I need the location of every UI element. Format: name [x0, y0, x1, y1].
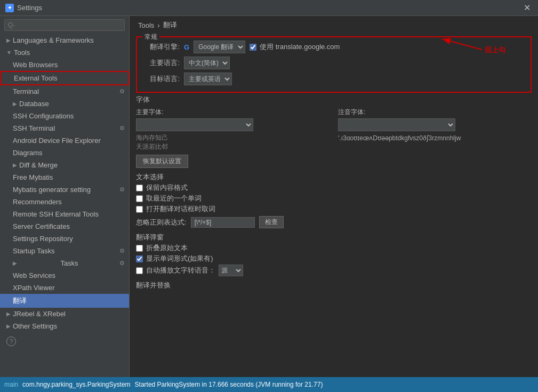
sidebar-item-ssh-terminal[interactable]: SSH Terminal ⚙ — [0, 122, 129, 134]
content-area: Tools › 翻译 常规 翻译引擎: G Google 翻译 百度翻译 有道翻… — [130, 16, 538, 377]
translator-select[interactable]: Google 翻译 百度翻译 有道翻译 — [194, 41, 245, 53]
sidebar-item-tasks[interactable]: ▶ Tasks ⚙ — [0, 257, 129, 269]
target-lang-label: 目标语言: — [142, 74, 180, 84]
primary-font-select[interactable] — [136, 118, 253, 131]
sidebar-item-fanyi[interactable]: 翻译 — [0, 294, 129, 308]
phontic-font-label: 注音字体: — [338, 108, 532, 117]
settings-icon: ⚙ — [119, 247, 125, 254]
sidebar-item-web-services[interactable]: Web Services — [0, 269, 129, 282]
sidebar-item-server-certs[interactable]: Server Certificates — [0, 220, 129, 233]
sidebar-item-diff-merge[interactable]: ▶ Diff & Merge — [0, 159, 129, 171]
use-translate-checkbox[interactable] — [250, 44, 256, 51]
sidebar-item-tools[interactable]: ▼ Tools — [0, 46, 129, 59]
memory-line2: 天涯若比邻 — [136, 142, 330, 151]
option-preserve-format: 保留内容格式 — [136, 183, 532, 193]
popup-section-title: 翻译弹窗 — [136, 233, 532, 242]
option-open-dialog-word: 打开翻译对话框时取词 — [136, 204, 532, 214]
primary-lang-row: 主要语言: 中文(简体) 英语 日语 — [142, 57, 525, 69]
open-dialog-word-checkbox[interactable] — [136, 206, 143, 213]
search-input[interactable] — [4, 19, 125, 31]
sidebar-item-external-tools[interactable]: External Tools — [0, 71, 129, 85]
check-button[interactable]: 检查 — [259, 216, 284, 228]
sidebar-item-label: Recommenders — [13, 198, 62, 206]
sidebar-item-label: Free Mybatis — [13, 173, 53, 181]
sidebar-item-label: Tools — [14, 49, 30, 57]
sidebar-item-settings-repo[interactable]: Settings Repository — [0, 233, 129, 245]
dialog-body: ▶ Languages & Frameworks ▼ Tools Web Bro… — [0, 16, 538, 377]
open-dialog-word-label: 打开翻译对话框时取词 — [146, 204, 215, 214]
sidebar-item-label: 翻译 — [13, 296, 27, 306]
sidebar-item-label: JRebel & XRebel — [13, 310, 66, 318]
primary-lang-label: 主要语言: — [142, 58, 180, 68]
show-word-forms-checkbox[interactable] — [136, 255, 143, 262]
sidebar-item-label: Startup Tasks — [13, 247, 55, 255]
primary-font-label: 主要字体: — [136, 108, 330, 117]
sidebar-item-label: Database — [19, 100, 49, 108]
sidebar-item-jrebel[interactable]: ▶ JRebel & XRebel — [0, 308, 129, 320]
target-lang-select[interactable]: 主要或英语 英语 中文(简体) — [184, 73, 232, 85]
sidebar-item-free-mybatis[interactable]: Free Mybatis — [0, 171, 129, 183]
font-section-title: 字体 — [136, 95, 532, 105]
expand-icon: ▶ — [13, 101, 17, 107]
sidebar-item-web-browsers[interactable]: Web Browsers — [0, 59, 129, 71]
restore-defaults-button[interactable]: 恢复默认设置 — [136, 155, 188, 168]
memory-line1: 海内存知己 — [136, 133, 330, 142]
breadcrumb-current: 翻译 — [163, 20, 177, 30]
tts-source-select[interactable]: 源 目标 两者 — [219, 265, 243, 276]
sidebar-item-startup-tasks[interactable]: Startup Tasks ⚙ — [0, 245, 129, 257]
sidebar-item-remote-ssh[interactable]: Remote SSH External Tools — [0, 208, 129, 220]
nearest-word-checkbox[interactable] — [136, 195, 143, 202]
close-button[interactable]: ✕ — [521, 3, 533, 13]
nearest-word-label: 取最近的一个单词 — [146, 194, 202, 203]
sidebar-item-label: External Tools — [14, 74, 57, 82]
app-icon: ✦ — [5, 4, 14, 12]
preserve-format-checkbox[interactable] — [136, 185, 143, 191]
collapse-text-label: 折叠原始文本 — [146, 243, 188, 253]
primary-lang-select[interactable]: 中文(简体) 英语 日语 — [184, 57, 230, 69]
tts-row: 自动播放文字转语音： 源 目标 两者 — [136, 265, 532, 276]
sidebar-item-label: Diff & Merge — [19, 161, 58, 169]
sidebar-item-label: SSH Configurations — [13, 112, 74, 120]
sidebar-item-languages-frameworks[interactable]: ▶ Languages & Frameworks — [0, 34, 129, 46]
sidebar-item-android-device[interactable]: Android Device File Explorer — [0, 134, 129, 147]
breadcrumb-separator: › — [157, 21, 159, 29]
sidebar-item-label: Settings Repository — [13, 235, 73, 243]
collapse-text-checkbox[interactable] — [136, 245, 143, 252]
status-right: Started ParkingSystem in 17.666 seconds … — [135, 381, 323, 388]
phontic-font-select[interactable] — [338, 118, 455, 131]
sidebar-item-ssh-configurations[interactable]: SSH Configurations — [0, 110, 129, 122]
expand-icon: ▶ — [6, 323, 11, 329]
sidebar-item-label: Terminal — [13, 87, 39, 95]
expand-icon: ▶ — [6, 37, 11, 43]
tts-checkbox[interactable] — [136, 267, 143, 274]
settings-icon: ⚙ — [119, 88, 125, 95]
sidebar-item-label: Mybatis generator setting — [13, 186, 91, 194]
show-word-forms-label: 显示单词形式(如果有) — [146, 254, 213, 263]
breadcrumb-parent: Tools — [138, 21, 154, 29]
use-translate-row[interactable]: 使用 translate.google.com — [250, 42, 340, 52]
sidebar: ▶ Languages & Frameworks ▼ Tools Web Bro… — [0, 16, 130, 377]
sidebar-item-label: SSH Terminal — [13, 124, 55, 132]
help-icon[interactable]: ? — [6, 337, 16, 346]
sidebar-item-label: Web Services — [13, 271, 55, 279]
sidebar-item-label: XPath Viewer — [13, 284, 55, 292]
sidebar-item-other-settings[interactable]: ▶ Other Settings — [0, 320, 129, 332]
translator-row: 翻译引擎: G Google 翻译 百度翻译 有道翻译 使用 translate… — [142, 41, 525, 53]
regex-input[interactable] — [191, 217, 255, 228]
dialog-title: Settings — [17, 4, 521, 12]
sidebar-item-terminal[interactable]: Terminal ⚙ — [0, 85, 129, 98]
sidebar-item-label: Android Device File Explorer — [13, 137, 101, 145]
sidebar-item-recommenders[interactable]: Recommenders — [0, 196, 129, 208]
sidebar-item-label: Other Settings — [13, 322, 57, 330]
settings-icon: ⚙ — [119, 125, 125, 132]
sidebar-item-xpath-viewer[interactable]: XPath Viewer — [0, 282, 129, 294]
expand-icon: ▶ — [13, 260, 17, 266]
sidebar-item-diagrams[interactable]: Diagrams — [0, 147, 129, 159]
sidebar-item-mybatis-generator[interactable]: Mybatis generator setting ⚙ — [0, 183, 129, 196]
option-show-word-forms: 显示单词形式(如果有) — [136, 254, 532, 263]
sidebar-item-database[interactable]: ▶ Database — [0, 98, 129, 110]
section-title: 常规 — [142, 33, 159, 42]
title-bar: ✦ Settings ✕ — [0, 0, 538, 16]
use-translate-label: 使用 translate.google.com — [260, 42, 340, 52]
regex-label: 忽略正则表达式: — [136, 218, 187, 227]
